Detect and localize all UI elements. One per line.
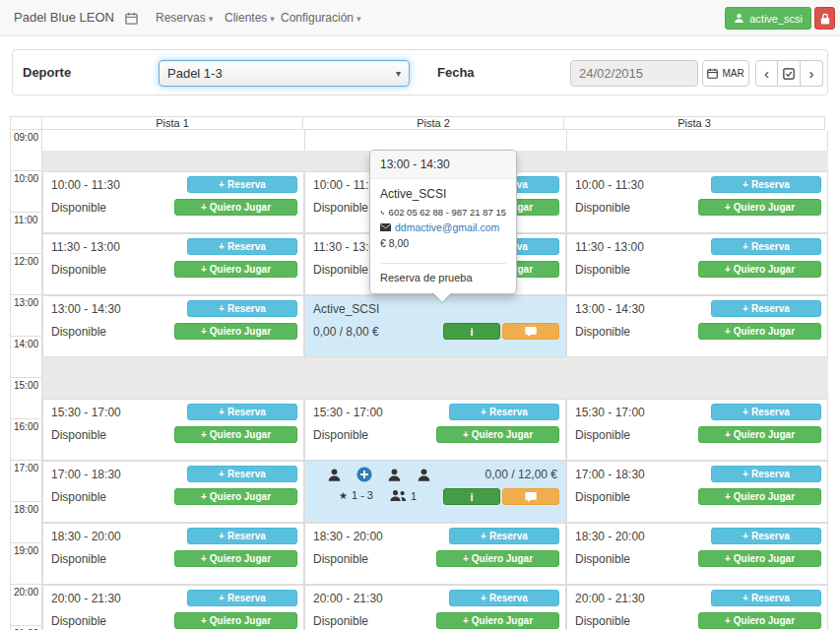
day-button[interactable]: MAR — [702, 60, 749, 87]
reserva-button[interactable]: +Reserva — [449, 528, 559, 544]
slot-cell: 18:30 - 20:00 +Reserva Disponible +Quier… — [304, 523, 566, 585]
level-range: 1 - 3 — [352, 489, 373, 501]
reserva-button[interactable]: +Reserva — [711, 238, 821, 255]
menu-clientes[interactable]: Clientes▾ — [225, 0, 275, 36]
quiero-jugar-label: Quiero Jugar — [734, 202, 795, 213]
slot-time-label: 15:30 - 17:00 — [313, 406, 383, 419]
reserva-button[interactable]: +Reserva — [449, 404, 559, 420]
quiero-jugar-button[interactable]: +Quiero Jugar — [174, 550, 297, 567]
quiero-jugar-button[interactable]: +Quiero Jugar — [698, 426, 821, 443]
slot-time-label: 17:00 - 18:30 — [575, 468, 645, 481]
disponible-label: Disponible — [575, 325, 630, 339]
popover-divider — [380, 263, 506, 264]
quiero-jugar-label: Quiero Jugar — [734, 491, 795, 502]
menu-reservas[interactable]: Reservas▾ — [156, 0, 213, 36]
reserva-button[interactable]: +Reserva — [711, 590, 821, 606]
reserva-button[interactable]: +Reserva — [449, 590, 559, 606]
reserva-label: Reserva — [227, 593, 266, 603]
time-label: 20:00 — [10, 585, 42, 626]
user-button[interactable]: active_scsi — [725, 7, 811, 30]
chat-icon — [525, 492, 537, 502]
quiero-jugar-button[interactable]: +Quiero Jugar — [174, 426, 297, 443]
brand[interactable]: Padel Blue LEON — [14, 0, 114, 35]
prev-day-button[interactable]: ‹ — [755, 60, 778, 87]
reserva-button[interactable]: +Reserva — [187, 528, 297, 544]
plus-icon: + — [481, 407, 486, 417]
quiero-jugar-label: Quiero Jugar — [210, 615, 271, 626]
menu-configuracion[interactable]: Configuración▾ — [281, 0, 361, 36]
plus-icon: + — [725, 326, 731, 337]
reserva-button[interactable]: +Reserva — [711, 176, 821, 193]
reserva-label: Reserva — [751, 531, 790, 541]
slot-time-label: 20:00 - 21:30 — [575, 592, 645, 605]
plus-icon: + — [725, 553, 731, 564]
popover-email-link[interactable]: ddmactive@gmail.com — [395, 221, 499, 233]
player-icon — [387, 468, 402, 482]
reserva-button[interactable]: +Reserva — [187, 466, 297, 482]
quiero-jugar-button[interactable]: +Quiero Jugar — [698, 488, 821, 505]
booking-price: 0,00 / 8,00 € — [313, 325, 379, 339]
reserva-button[interactable]: +Reserva — [711, 404, 821, 420]
next-day-button[interactable]: › — [801, 60, 823, 87]
level-tag: ★1 - 3 — [339, 489, 373, 501]
deporte-select[interactable]: Padel 1-3 ▾ — [159, 60, 410, 87]
quiero-jugar-button[interactable]: +Quiero Jugar — [174, 199, 297, 216]
reserva-button[interactable]: +Reserva — [187, 300, 297, 317]
quiero-jugar-button[interactable]: +Quiero Jugar — [436, 612, 559, 629]
disponible-label: Disponible — [313, 428, 368, 442]
slot-time-label: 20:00 - 21:30 — [313, 592, 383, 605]
slot-time-label: 10:00 - 11:30 — [575, 178, 644, 192]
booked-slot-open-match[interactable]: 0,00 / 12,00 € ★1 - 3 1 i — [304, 461, 566, 523]
plus-icon: + — [219, 241, 225, 252]
plus-icon: + — [743, 179, 748, 190]
players-count: 1 — [411, 490, 417, 502]
disponible-label: Disponible — [51, 552, 106, 566]
plus-icon: + — [201, 615, 207, 626]
quiero-jugar-button[interactable]: +Quiero Jugar — [174, 488, 297, 505]
disponible-label: Disponible — [313, 614, 368, 628]
fecha-input[interactable] — [570, 60, 698, 87]
quiero-jugar-button[interactable]: +Quiero Jugar — [698, 612, 821, 629]
chat-button[interactable] — [502, 323, 559, 340]
plus-icon: + — [219, 179, 225, 190]
reserva-button[interactable]: +Reserva — [187, 590, 297, 606]
quiero-jugar-label: Quiero Jugar — [210, 491, 271, 502]
plus-icon: + — [201, 491, 207, 502]
quiero-jugar-button[interactable]: +Quiero Jugar — [174, 323, 297, 340]
quiero-jugar-button[interactable]: +Quiero Jugar — [698, 261, 821, 278]
user-icon — [734, 13, 744, 24]
quiero-jugar-button[interactable]: +Quiero Jugar — [436, 426, 559, 443]
plus-icon: + — [743, 241, 748, 252]
plus-icon: + — [463, 615, 469, 626]
info-button[interactable]: i — [443, 323, 500, 340]
reserva-button[interactable]: +Reserva — [187, 404, 297, 420]
reserva-button[interactable]: +Reserva — [187, 176, 297, 193]
info-button[interactable]: i — [443, 488, 500, 505]
reserva-button[interactable]: +Reserva — [711, 528, 821, 544]
add-player-icon[interactable] — [356, 467, 372, 482]
quiero-jugar-button[interactable]: +Quiero Jugar — [174, 261, 297, 278]
reserva-button[interactable]: +Reserva — [187, 238, 297, 255]
popover-body: Active_SCSI 602 05 62 88 - 987 21 87 15 … — [370, 179, 516, 293]
quiero-jugar-button[interactable]: +Quiero Jugar — [698, 550, 821, 567]
player-icon — [417, 468, 431, 482]
slot-time-label: 17:00 - 18:30 — [51, 468, 121, 481]
today-button[interactable] — [778, 60, 801, 87]
quiero-jugar-button[interactable]: +Quiero Jugar — [698, 323, 821, 340]
quiero-jugar-button[interactable]: +Quiero Jugar — [436, 550, 559, 567]
slot-time-label: 18:30 - 20:00 — [575, 530, 645, 543]
reserva-button[interactable]: +Reserva — [711, 466, 821, 482]
match-price: 0,00 / 12,00 € — [485, 468, 557, 481]
calendar-icon[interactable] — [125, 12, 138, 25]
time-label: 19:00 — [10, 543, 42, 585]
quiero-jugar-button[interactable]: +Quiero Jugar — [698, 199, 821, 216]
slot-cell: 20:00 - 21:30 +Reserva Disponible +Quier… — [42, 585, 304, 630]
logout-lock-button[interactable] — [814, 7, 835, 30]
column-header-pista-3: Pista 3 — [563, 116, 825, 130]
quiero-jugar-label: Quiero Jugar — [734, 264, 795, 275]
reserva-button[interactable]: +Reserva — [711, 300, 821, 317]
quiero-jugar-button[interactable]: +Quiero Jugar — [174, 612, 297, 629]
slot-cell: 11:30 - 13:00 +Reserva Disponible +Quier… — [42, 233, 304, 295]
chat-button[interactable] — [502, 488, 559, 505]
booked-slot-active-scsi[interactable]: Active_SCSI 0,00 / 8,00 € i — [304, 295, 566, 357]
